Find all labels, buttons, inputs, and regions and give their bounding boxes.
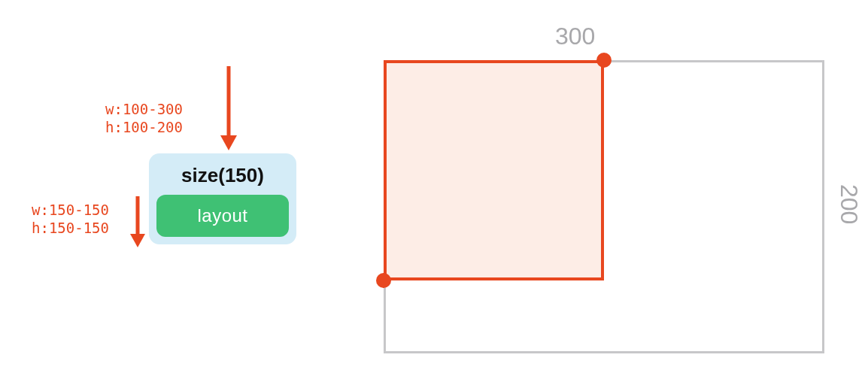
outgoing-constraint-label: w:150-150 h:150-150 bbox=[32, 202, 109, 238]
card-title: size(150) bbox=[156, 161, 289, 195]
result-size-box bbox=[384, 60, 604, 280]
incoming-constraint-label: w:100-300 h:100-200 bbox=[105, 101, 183, 137]
outgoing-width-text: w:150-150 bbox=[32, 202, 109, 220]
handle-bottom-left-icon bbox=[376, 273, 391, 288]
arrow-down-short-icon bbox=[129, 196, 147, 247]
incoming-height-text: h:100-200 bbox=[105, 119, 183, 137]
outgoing-height-text: h:150-150 bbox=[32, 220, 109, 238]
bounds-width-label: 300 bbox=[555, 23, 595, 50]
bounds-height-label: 200 bbox=[835, 184, 863, 224]
child-layout-pill: layout bbox=[156, 195, 289, 237]
arrow-down-icon bbox=[217, 66, 240, 150]
size-modifier-card: size(150) layout bbox=[149, 153, 296, 244]
handle-top-right-icon bbox=[596, 53, 612, 68]
incoming-width-text: w:100-300 bbox=[105, 101, 183, 119]
svg-marker-3 bbox=[130, 234, 145, 247]
svg-marker-1 bbox=[220, 135, 237, 150]
